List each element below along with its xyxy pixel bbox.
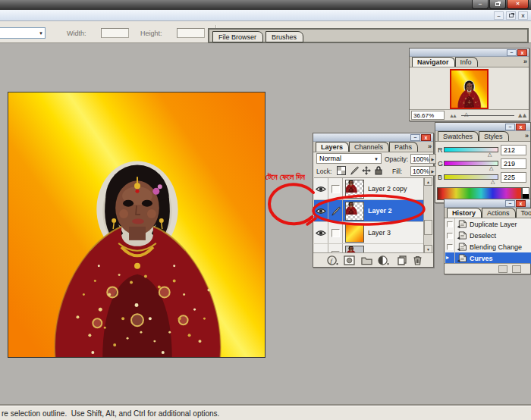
height-input[interactable] — [177, 28, 205, 38]
zoom-in-icon[interactable]: ▲▲ — [517, 111, 526, 119]
channel-g-value-input[interactable] — [501, 158, 526, 169]
window-minimize-button[interactable]: – — [472, 0, 489, 9]
channel-g-slider-handle[interactable]: △ — [489, 165, 493, 171]
history-item-duplicate-layer[interactable]: Duplicate Layer — [445, 218, 531, 230]
window-restore-button[interactable] — [489, 0, 506, 9]
tab-styles[interactable]: Styles — [479, 131, 509, 141]
navigator-zoom-slider[interactable] — [461, 115, 514, 116]
channel-b-value-input[interactable] — [501, 172, 526, 183]
palette-close-button[interactable]: x — [516, 124, 526, 130]
channel-r-slider-handle[interactable]: △ — [488, 152, 492, 158]
layer-row-layer-2-copy[interactable]: Layer 2 copy — [314, 178, 425, 200]
tab-brushes[interactable]: Brushes — [266, 31, 303, 42]
tab-file-browser[interactable]: File Browser — [212, 31, 263, 42]
tab-layers[interactable]: Layers — [316, 142, 349, 152]
fill-label: Fill: — [392, 168, 402, 175]
lock-all-icon[interactable] — [373, 166, 384, 175]
layer-row-layer-3[interactable]: Layer 3 — [314, 222, 425, 244]
navigator-preview[interactable] — [450, 69, 489, 109]
channel-r-label: R — [438, 146, 443, 154]
zoom-slider-handle[interactable]: △ — [464, 111, 468, 118]
document-minimize-button[interactable]: – — [494, 11, 504, 20]
paint-indicator-cell[interactable] — [328, 200, 343, 221]
delete-layer-icon[interactable] — [412, 255, 423, 265]
history-source-cell[interactable]: ▸ — [445, 252, 455, 264]
history-source-cell[interactable] — [445, 218, 455, 230]
layers-palette: – x Layers Channels Paths » Normal ▼ Opa… — [313, 133, 434, 268]
tool-preset-dropdown[interactable]: ▼ — [0, 27, 46, 39]
palette-minimize-button[interactable]: – — [505, 200, 515, 207]
history-item-curves[interactable]: ▸ Curves — [445, 252, 531, 264]
tab-channels[interactable]: Channels — [349, 142, 389, 152]
palette-menu-icon[interactable]: » — [428, 143, 432, 150]
history-source-cell[interactable] — [445, 230, 455, 241]
palette-menu-icon[interactable]: » — [523, 58, 527, 65]
channel-r-value-input[interactable] — [501, 145, 526, 155]
width-input[interactable] — [101, 28, 129, 38]
opacity-stepper[interactable]: ▶ — [429, 154, 436, 164]
history-item-blending-change[interactable]: Blending Change — [445, 241, 531, 252]
layers-list: Layer 2 copy Layer 2 Layer 3 — [314, 177, 425, 253]
navigator-zoom-input[interactable] — [411, 111, 445, 120]
document-canvas[interactable] — [8, 92, 266, 358]
restore-icon — [509, 14, 514, 17]
opacity-label: Opacity: — [385, 155, 408, 163]
tab-navigator[interactable]: Navigator — [412, 57, 455, 67]
document-close-button[interactable]: x — [518, 11, 528, 20]
layer-thumbnail[interactable] — [345, 202, 364, 221]
fill-stepper[interactable]: ▶ — [429, 166, 436, 176]
history-state-icon — [457, 254, 467, 262]
tab-actions[interactable]: Actions — [482, 208, 516, 218]
history-titlebar[interactable]: – x — [445, 199, 530, 208]
palette-menu-icon[interactable]: » — [525, 132, 529, 139]
white-swatch[interactable] — [523, 188, 529, 194]
lock-transparency-icon[interactable] — [336, 166, 347, 175]
palette-well: File Browser Brushes — [208, 28, 529, 43]
color-palette-titlebar[interactable]: – x — [435, 123, 530, 131]
layers-scrollbar[interactable]: ▲ ▼ — [423, 177, 432, 253]
palette-minimize-button[interactable]: – — [507, 49, 517, 56]
scrollbar-thumb[interactable] — [424, 220, 432, 235]
tab-info[interactable]: Info — [455, 57, 478, 67]
tab-tool-presets[interactable]: Tool Pres — [516, 208, 531, 218]
palette-minimize-button[interactable]: – — [410, 134, 420, 141]
history-item-deselect[interactable]: Deselect — [445, 230, 531, 241]
lock-paint-icon[interactable] — [349, 166, 360, 175]
adjustment-layer-icon[interactable] — [378, 255, 389, 265]
palette-minimize-button[interactable]: – — [505, 124, 515, 130]
history-source-cell[interactable] — [445, 241, 455, 252]
visibility-toggle[interactable] — [314, 222, 328, 243]
tab-swatches[interactable]: Swatches — [438, 131, 479, 141]
brush-icon — [331, 206, 341, 216]
palette-close-button[interactable]: x — [421, 134, 431, 141]
visibility-toggle[interactable] — [314, 178, 328, 199]
new-group-icon[interactable] — [361, 255, 372, 265]
fill-value[interactable]: 100% — [410, 166, 430, 176]
tab-paths[interactable]: Paths — [389, 142, 418, 152]
window-close-button[interactable]: × — [507, 0, 529, 9]
palette-close-button[interactable]: x — [517, 49, 527, 56]
tab-history[interactable]: History — [447, 208, 482, 218]
new-snapshot-button[interactable] — [512, 265, 521, 273]
layer-mask-icon[interactable] — [344, 255, 355, 265]
lock-position-icon[interactable] — [361, 166, 372, 175]
layer-thumbnail[interactable] — [345, 180, 364, 199]
layer-row-layer-2[interactable]: Layer 2 — [314, 200, 425, 222]
new-layer-icon[interactable] — [397, 255, 408, 265]
navigator-titlebar[interactable]: – x — [410, 49, 529, 57]
opacity-value[interactable]: 100% — [410, 154, 430, 164]
blend-mode-dropdown[interactable]: Normal ▼ — [316, 153, 382, 164]
link-cell[interactable] — [328, 178, 343, 199]
document-restore-button[interactable] — [506, 11, 516, 20]
layers-titlebar[interactable]: – x — [313, 133, 433, 142]
zoom-out-icon[interactable]: ▲▲ — [449, 113, 455, 118]
link-cell[interactable] — [328, 222, 343, 243]
palette-close-button[interactable]: x — [516, 200, 526, 207]
scroll-up-button[interactable]: ▲ — [424, 177, 432, 186]
color-palette: – x Swatches Styles » R △ G △ B △ — [435, 122, 531, 203]
new-document-from-state-button[interactable] — [498, 265, 507, 273]
layer-thumbnail[interactable] — [345, 224, 364, 243]
visibility-toggle[interactable] — [314, 200, 328, 221]
layer-style-icon[interactable] — [327, 255, 338, 265]
channel-b-slider-handle[interactable]: △ — [491, 179, 495, 185]
